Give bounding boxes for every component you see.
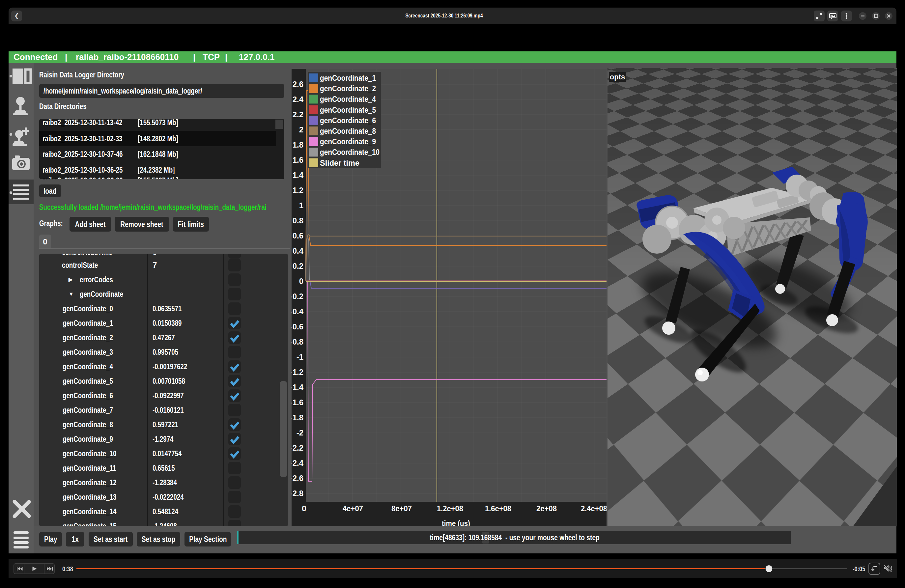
svg-text:1.2: 1.2 xyxy=(292,186,303,195)
svg-text:-2.2: -2.2 xyxy=(292,444,303,452)
svg-text:-2.6: -2.6 xyxy=(292,474,303,483)
svg-text:genCoordinate_1: genCoordinate_1 xyxy=(320,73,376,82)
svg-text:1.2e+08: 1.2e+08 xyxy=(437,504,463,513)
svg-text:1.8: 1.8 xyxy=(292,140,303,149)
svg-text:0.4: 0.4 xyxy=(292,246,304,255)
svg-text:-0.2: -0.2 xyxy=(292,292,303,301)
svg-text:2e+08: 2e+08 xyxy=(536,504,557,513)
svg-text:genCoordinate_10: genCoordinate_10 xyxy=(320,147,379,157)
svg-text:-1.8: -1.8 xyxy=(292,413,303,422)
svg-text:0.8: 0.8 xyxy=(292,216,303,225)
svg-text:genCoordinate_8: genCoordinate_8 xyxy=(320,127,376,135)
svg-text:-1.4: -1.4 xyxy=(292,383,304,391)
svg-text:genCoordinate_5: genCoordinate_5 xyxy=(320,105,376,114)
svg-text:4e+07: 4e+07 xyxy=(343,504,363,513)
svg-text:Slider time: Slider time xyxy=(320,158,359,167)
svg-text:genCoordinate_4: genCoordinate_4 xyxy=(320,95,376,103)
svg-text:genCoordinate_2: genCoordinate_2 xyxy=(320,84,376,93)
svg-text:genCoordinate_9: genCoordinate_9 xyxy=(320,137,376,146)
svg-text:8e+07: 8e+07 xyxy=(391,504,412,513)
svg-text:2.4e+08: 2.4e+08 xyxy=(581,504,607,513)
svg-text:0: 0 xyxy=(302,504,306,513)
svg-text:-1: -1 xyxy=(297,352,303,361)
svg-text:2.6: 2.6 xyxy=(292,80,303,89)
svg-text:1.6: 1.6 xyxy=(292,155,303,164)
svg-text:2.2: 2.2 xyxy=(292,110,303,119)
svg-text:2: 2 xyxy=(299,125,303,134)
svg-text:-1.2: -1.2 xyxy=(292,368,303,377)
svg-text:-0.8: -0.8 xyxy=(292,337,303,346)
svg-text:-0.6: -0.6 xyxy=(292,322,303,331)
svg-text:1.4: 1.4 xyxy=(292,171,304,179)
svg-text:-1.6: -1.6 xyxy=(292,398,303,407)
svg-text:0.2: 0.2 xyxy=(292,262,303,271)
svg-text:0.6: 0.6 xyxy=(292,231,303,240)
svg-text:-2.8: -2.8 xyxy=(292,489,303,498)
svg-text:1: 1 xyxy=(299,201,303,210)
svg-text:-0.4: -0.4 xyxy=(292,307,304,316)
svg-text:2.4: 2.4 xyxy=(292,95,304,104)
svg-text:-2.4: -2.4 xyxy=(292,458,304,468)
svg-text:-2: -2 xyxy=(297,428,303,437)
svg-text:0: 0 xyxy=(299,277,303,285)
svg-text:1.6e+08: 1.6e+08 xyxy=(485,504,511,513)
svg-text:genCoordinate_6: genCoordinate_6 xyxy=(320,116,376,125)
